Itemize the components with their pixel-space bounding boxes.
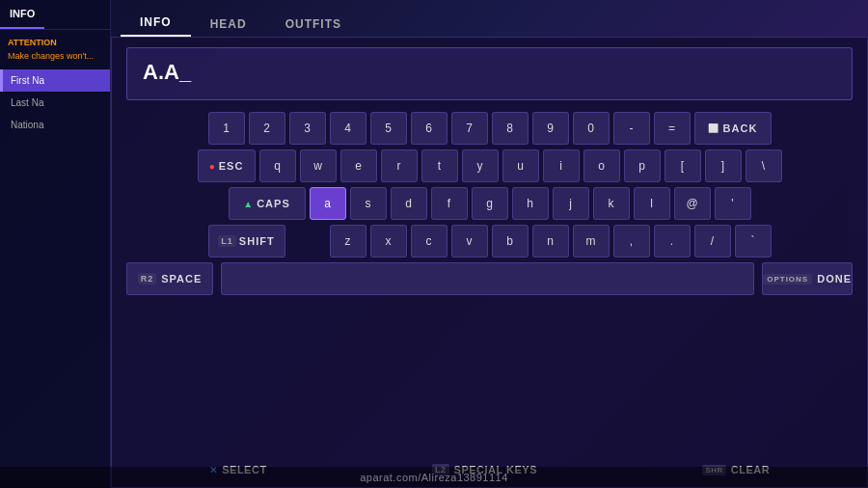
key-r[interactable]: r	[381, 149, 418, 182]
qwerty-row: ● ESC q w e r t y u i o p [ ] \	[126, 149, 853, 182]
tab-head[interactable]: HEAD	[191, 12, 266, 37]
key-b[interactable]: b	[492, 225, 529, 258]
number-row: 1 2 3 4 5 6 7 8 9 0 - = ⬜ BACK	[126, 112, 853, 145]
key-y[interactable]: y	[462, 149, 499, 182]
key-caps[interactable]: ▲ CAPS	[229, 187, 306, 220]
sidebar: INFO ATTENTION Make changes won't... Fir…	[0, 0, 111, 488]
key-space-bar[interactable]	[221, 262, 754, 295]
asdf-row: ▲ CAPS a s d f g h j k l @ '	[126, 187, 853, 220]
sidebar-attention: ATTENTION Make changes won't...	[0, 30, 110, 69]
key-u[interactable]: u	[502, 149, 539, 182]
key-g[interactable]: g	[472, 187, 508, 220]
watermark: aparat.com/Alireza13891114	[0, 467, 868, 488]
key-shift[interactable]: L1 SHIFT	[208, 225, 285, 258]
sidebar-item-nationality[interactable]: Nationa	[0, 114, 110, 136]
sidebar-tab-info[interactable]: INFO	[0, 0, 44, 29]
key-comma[interactable]: ,	[613, 225, 650, 258]
key-i[interactable]: i	[543, 149, 580, 182]
sidebar-item-firstname[interactable]: First Na	[0, 69, 110, 92]
key-n[interactable]: n	[532, 225, 569, 258]
attention-text: Make changes won't...	[8, 51, 102, 63]
key-m[interactable]: m	[573, 225, 610, 258]
top-navigation: INFO HEAD OUTFITS	[111, 0, 868, 37]
key-1[interactable]: 1	[208, 112, 245, 145]
key-slash[interactable]: /	[694, 225, 731, 258]
key-7[interactable]: 7	[451, 112, 488, 145]
key-equals[interactable]: =	[654, 112, 691, 145]
watermark-text: aparat.com/Alireza13891114	[360, 472, 508, 483]
key-5[interactable]: 5	[370, 112, 407, 145]
key-0[interactable]: 0	[573, 112, 610, 145]
sidebar-tabs: INFO	[0, 0, 110, 30]
key-back[interactable]: ⬜ BACK	[694, 112, 772, 145]
keyboard-container: 1 2 3 4 5 6 7 8 9 0 - = ⬜ BACK ● ESC q w	[126, 112, 853, 458]
key-w[interactable]: w	[300, 149, 337, 182]
keyboard-panel: A.A_ 1 2 3 4 5 6 7 8 9 0 - = ⬜ BACK ● ES…	[111, 37, 868, 488]
key-8[interactable]: 8	[492, 112, 529, 145]
key-done[interactable]: OPTIONS DONE	[762, 262, 853, 295]
tab-outfits[interactable]: OUTFITS	[266, 12, 361, 37]
key-3[interactable]: 3	[289, 112, 326, 145]
key-h[interactable]: h	[512, 187, 549, 220]
attention-label: ATTENTION	[8, 38, 102, 49]
space-row: R2 SPACE OPTIONS DONE	[126, 262, 853, 295]
key-t[interactable]: t	[421, 149, 458, 182]
key-k[interactable]: k	[593, 187, 630, 220]
key-e[interactable]: e	[340, 149, 377, 182]
key-x[interactable]: x	[370, 225, 407, 258]
key-quote[interactable]: '	[715, 187, 751, 220]
zxcv-row: L1 SHIFT z x c v b n m , . / `	[126, 225, 853, 258]
key-lbracket[interactable]: [	[665, 149, 701, 182]
key-q[interactable]: q	[259, 149, 296, 182]
key-c[interactable]: c	[411, 225, 448, 258]
key-a[interactable]: a	[310, 187, 346, 220]
key-6[interactable]: 6	[411, 112, 448, 145]
text-input-display: A.A_	[126, 47, 853, 100]
key-l[interactable]: l	[634, 187, 670, 220]
key-minus[interactable]: -	[613, 112, 650, 145]
key-d[interactable]: d	[391, 187, 427, 220]
key-z[interactable]: z	[330, 225, 366, 258]
key-v[interactable]: v	[451, 225, 488, 258]
key-4[interactable]: 4	[330, 112, 366, 145]
key-9[interactable]: 9	[532, 112, 569, 145]
key-f[interactable]: f	[431, 187, 468, 220]
sidebar-item-lastname[interactable]: Last Na	[0, 92, 110, 114]
key-2[interactable]: 2	[249, 112, 285, 145]
key-s[interactable]: s	[350, 187, 387, 220]
key-esc[interactable]: ● ESC	[198, 149, 256, 182]
key-space[interactable]: R2 SPACE	[126, 262, 213, 295]
key-at[interactable]: @	[674, 187, 711, 220]
tab-info[interactable]: INFO	[121, 10, 191, 37]
key-rbracket[interactable]: ]	[705, 149, 742, 182]
key-p[interactable]: p	[624, 149, 661, 182]
key-backtick[interactable]: `	[735, 225, 772, 258]
key-o[interactable]: o	[583, 149, 620, 182]
key-j[interactable]: j	[553, 187, 589, 220]
key-backslash[interactable]: \	[746, 149, 782, 182]
key-period[interactable]: .	[654, 225, 691, 258]
